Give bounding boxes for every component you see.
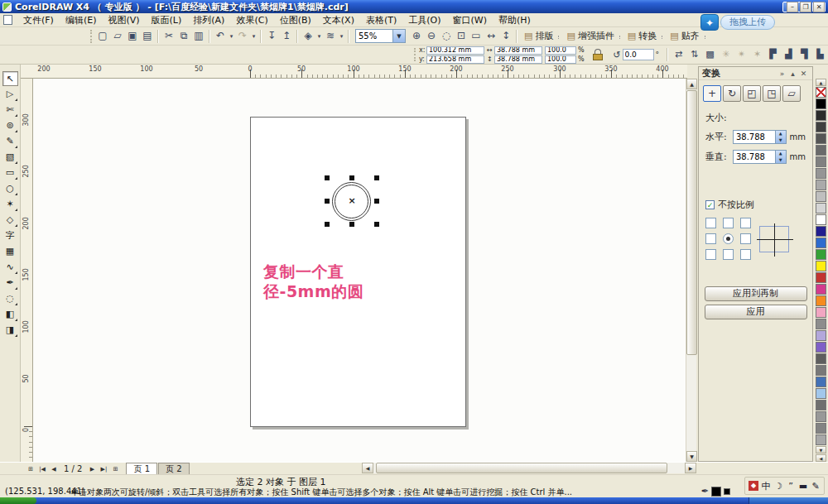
trim-button[interactable]: ✴ bbox=[734, 47, 749, 63]
menu-item[interactable]: 版面(L) bbox=[146, 13, 188, 27]
fill-color-indicator[interactable] bbox=[711, 487, 721, 497]
lock-ratio-button[interactable] bbox=[592, 48, 604, 61]
anchor-bottom-center[interactable] bbox=[723, 249, 734, 260]
horizontal-spinner[interactable]: ▲▼ bbox=[776, 130, 787, 144]
menu-item[interactable]: 表格(T) bbox=[360, 13, 402, 27]
light-blue[interactable] bbox=[816, 388, 826, 399]
no-color[interactable] bbox=[816, 87, 826, 98]
zoom-selected-button[interactable]: ◌ bbox=[439, 29, 454, 44]
y-position-input[interactable] bbox=[426, 55, 484, 64]
zoom-page-button[interactable]: ▭ bbox=[469, 29, 484, 44]
menu-item[interactable]: 文件(F) bbox=[17, 13, 60, 27]
dropdown-arrow-icon[interactable]: ▾ bbox=[228, 29, 235, 44]
fill-tool[interactable]: ◧ bbox=[2, 307, 18, 322]
first-page-button[interactable]: |◀ bbox=[36, 463, 48, 474]
palette-scroll-up-icon[interactable]: ▲ bbox=[816, 79, 826, 86]
selection-handle[interactable] bbox=[325, 222, 330, 227]
last-page-button[interactable]: ▶| bbox=[98, 463, 109, 474]
scroll-right-button[interactable]: ▶ bbox=[685, 463, 696, 473]
object-width-input[interactable] bbox=[494, 46, 542, 55]
40-black[interactable] bbox=[816, 168, 826, 179]
eyedropper-tool[interactable]: ✒ bbox=[2, 276, 18, 290]
basic-shapes-tool[interactable]: ◇ bbox=[2, 213, 18, 228]
pink[interactable] bbox=[816, 307, 826, 318]
gray-2[interactable] bbox=[816, 400, 826, 410]
dropdown-arrow-icon[interactable]: ▾ bbox=[338, 29, 345, 44]
gray-5[interactable] bbox=[816, 434, 826, 445]
transform-skew-tab[interactable]: ▱ bbox=[782, 85, 801, 102]
freehand-tool[interactable]: ✎ bbox=[2, 134, 18, 149]
rectangle-tool[interactable]: ▭ bbox=[2, 166, 18, 180]
60-black[interactable] bbox=[816, 145, 826, 156]
add-page-start-button[interactable]: ⊞ bbox=[25, 463, 36, 474]
docker-collapse-icon[interactable]: » bbox=[777, 70, 787, 78]
horizontal-scrollbar[interactable]: ◀ ▶ bbox=[362, 463, 696, 473]
application-launcher-button[interactable]: ◈ bbox=[301, 29, 315, 44]
drawing-canvas[interactable]: × 复制一个直径-5mm的圆 bbox=[33, 79, 686, 462]
70-black[interactable] bbox=[816, 133, 826, 144]
apply-to-duplicate-button[interactable]: 应用到再制 bbox=[705, 286, 807, 301]
interactive-blend-tool[interactable]: ∿ bbox=[2, 260, 18, 275]
zoom-level-input[interactable] bbox=[355, 29, 393, 43]
purple[interactable] bbox=[816, 342, 826, 353]
vertical-scroll-thumb[interactable] bbox=[686, 90, 697, 355]
docker-close-icon[interactable]: ✕ bbox=[798, 70, 809, 78]
intersect-button[interactable]: ✶ bbox=[749, 47, 765, 63]
docker-rollup-icon[interactable]: ▴ bbox=[787, 70, 798, 78]
menu-item[interactable]: 视图(V) bbox=[102, 13, 145, 27]
blue[interactable] bbox=[816, 226, 826, 237]
mdi-close-button[interactable]: ✕ bbox=[813, 2, 825, 12]
green[interactable] bbox=[816, 249, 826, 260]
convert-to-curves-button[interactable]: ▩ bbox=[702, 47, 718, 63]
paste-button[interactable]: ▥ bbox=[191, 29, 206, 44]
dropdown-arrow-icon[interactable]: ▾ bbox=[250, 29, 258, 44]
mdi-restore-button[interactable]: ❐ bbox=[800, 2, 811, 12]
anchor-center-selected[interactable] bbox=[723, 233, 734, 244]
zoom-page-height-button[interactable]: ↕ bbox=[498, 29, 513, 44]
anchor-top-left[interactable] bbox=[705, 218, 716, 228]
mdi-minimize-button[interactable]: – bbox=[787, 2, 798, 12]
redo-button[interactable]: ↷ bbox=[235, 29, 250, 44]
to-front-button[interactable]: ▛ bbox=[765, 47, 781, 63]
mirror-vertical-button[interactable]: ⇅ bbox=[686, 47, 702, 63]
export-button[interactable]: ↥ bbox=[279, 29, 294, 44]
menu-item[interactable]: 位图(B) bbox=[274, 13, 317, 27]
object-height-input[interactable] bbox=[494, 55, 542, 64]
80-black[interactable] bbox=[816, 122, 826, 132]
new-document-button[interactable]: ▢ bbox=[95, 29, 110, 44]
start-button[interactable] bbox=[0, 497, 36, 504]
outline-color-indicator[interactable] bbox=[724, 488, 730, 495]
horizontal-size-input[interactable] bbox=[733, 130, 776, 144]
page-tab-1[interactable]: 页 1 bbox=[126, 463, 157, 474]
zoom-tool[interactable]: ⊚ bbox=[2, 118, 18, 133]
mirror-horizontal-button[interactable]: ⇄ bbox=[671, 47, 686, 63]
zoom-all-objects-button[interactable]: ⊡ bbox=[454, 29, 469, 44]
anchor-middle-left[interactable] bbox=[705, 233, 716, 244]
menu-item[interactable]: 帮助(H) bbox=[493, 13, 537, 27]
selection-handle[interactable] bbox=[325, 175, 330, 180]
ime-language-chinese[interactable]: 中 bbox=[761, 480, 771, 492]
page-tab-2[interactable]: 页 2 bbox=[158, 463, 190, 474]
scroll-down-button[interactable]: ▼ bbox=[686, 451, 697, 462]
gray-3[interactable] bbox=[816, 411, 826, 422]
print-button[interactable]: ▤ bbox=[140, 29, 155, 44]
selection-center-marker[interactable]: × bbox=[346, 195, 358, 206]
zoom-in-button[interactable]: ⊕ bbox=[409, 29, 424, 44]
menu-item[interactable]: 文本(X) bbox=[317, 13, 360, 27]
90-black[interactable] bbox=[816, 110, 826, 121]
import-button[interactable]: ↧ bbox=[264, 29, 279, 44]
50-black[interactable] bbox=[816, 156, 826, 167]
next-page-button[interactable]: ▶ bbox=[86, 463, 98, 474]
document-icon[interactable] bbox=[3, 15, 12, 25]
horizontal-ruler[interactable]: 20015010050050100150200250300350400 bbox=[21, 65, 687, 79]
smart-fill-tool[interactable]: ▧ bbox=[2, 150, 18, 165]
dark-gray[interactable] bbox=[816, 353, 826, 364]
annotation-text[interactable]: 复制一个直径-5mm的圆 bbox=[263, 262, 409, 301]
white[interactable] bbox=[816, 214, 826, 225]
rotation-angle-input[interactable] bbox=[623, 49, 654, 60]
zoom-out-button[interactable]: ⊖ bbox=[424, 29, 439, 44]
red[interactable] bbox=[816, 272, 826, 283]
scale-y-input[interactable] bbox=[545, 55, 576, 64]
prev-page-button[interactable]: ◀ bbox=[48, 463, 60, 474]
pick-tool[interactable]: ↖ bbox=[2, 71, 18, 86]
